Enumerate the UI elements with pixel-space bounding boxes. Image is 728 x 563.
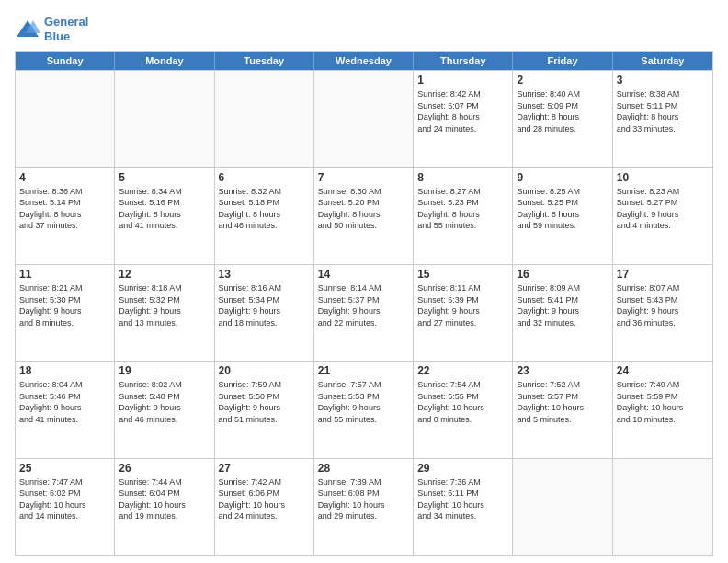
day-info: Sunrise: 7:49 AM Sunset: 5:59 PM Dayligh… xyxy=(617,379,709,425)
calendar-cell: 25Sunrise: 7:47 AM Sunset: 6:02 PM Dayli… xyxy=(16,459,115,555)
calendar-cell: 10Sunrise: 8:23 AM Sunset: 5:27 PM Dayli… xyxy=(613,168,712,264)
day-number: 1 xyxy=(417,74,508,86)
header-cell-saturday: Saturday xyxy=(613,52,712,70)
calendar-body: 1Sunrise: 8:42 AM Sunset: 5:07 PM Daylig… xyxy=(16,70,712,555)
day-info: Sunrise: 8:21 AM Sunset: 5:30 PM Dayligh… xyxy=(19,282,110,328)
day-info: Sunrise: 8:23 AM Sunset: 5:27 PM Dayligh… xyxy=(617,186,709,232)
day-info: Sunrise: 8:07 AM Sunset: 5:43 PM Dayligh… xyxy=(617,282,709,328)
header-cell-sunday: Sunday xyxy=(16,52,115,70)
calendar-cell: 20Sunrise: 7:59 AM Sunset: 5:50 PM Dayli… xyxy=(215,362,314,457)
calendar-row-4: 25Sunrise: 7:47 AM Sunset: 6:02 PM Dayli… xyxy=(16,458,712,555)
day-info: Sunrise: 7:52 AM Sunset: 5:57 PM Dayligh… xyxy=(517,379,608,425)
day-number: 26 xyxy=(119,462,210,475)
calendar-row-3: 18Sunrise: 8:04 AM Sunset: 5:46 PM Dayli… xyxy=(16,361,712,457)
day-number: 12 xyxy=(119,268,210,281)
day-number: 17 xyxy=(617,268,709,281)
day-number: 25 xyxy=(19,462,110,475)
calendar-cell: 1Sunrise: 8:42 AM Sunset: 5:07 PM Daylig… xyxy=(414,71,513,167)
header-cell-monday: Monday xyxy=(115,52,214,70)
day-info: Sunrise: 8:36 AM Sunset: 5:14 PM Dayligh… xyxy=(19,186,110,232)
calendar-cell: 22Sunrise: 7:54 AM Sunset: 5:55 PM Dayli… xyxy=(414,362,513,457)
day-number: 28 xyxy=(318,462,409,475)
calendar-cell: 19Sunrise: 8:02 AM Sunset: 5:48 PM Dayli… xyxy=(115,362,214,457)
calendar-cell: 4Sunrise: 8:36 AM Sunset: 5:14 PM Daylig… xyxy=(16,168,115,264)
calendar-cell: 13Sunrise: 8:16 AM Sunset: 5:34 PM Dayli… xyxy=(215,265,314,361)
calendar-cell: 23Sunrise: 7:52 AM Sunset: 5:57 PM Dayli… xyxy=(513,362,612,457)
calendar-cell: 2Sunrise: 8:40 AM Sunset: 5:09 PM Daylig… xyxy=(513,71,612,167)
day-info: Sunrise: 8:02 AM Sunset: 5:48 PM Dayligh… xyxy=(119,379,210,425)
day-info: Sunrise: 8:38 AM Sunset: 5:11 PM Dayligh… xyxy=(617,88,709,134)
calendar-cell: 5Sunrise: 8:34 AM Sunset: 5:16 PM Daylig… xyxy=(115,168,214,264)
day-number: 9 xyxy=(517,171,608,184)
logo-text: General Blue xyxy=(44,15,88,43)
calendar-cell xyxy=(115,71,214,167)
calendar-cell: 24Sunrise: 7:49 AM Sunset: 5:59 PM Dayli… xyxy=(613,362,712,457)
day-number: 10 xyxy=(617,171,709,184)
day-number: 15 xyxy=(417,268,508,281)
day-number: 23 xyxy=(517,364,608,377)
day-number: 21 xyxy=(318,364,409,377)
calendar-cell xyxy=(513,459,612,555)
calendar: SundayMondayTuesdayWednesdayThursdayFrid… xyxy=(15,51,713,556)
day-number: 2 xyxy=(517,74,608,86)
calendar-cell: 14Sunrise: 8:14 AM Sunset: 5:37 PM Dayli… xyxy=(314,265,414,361)
day-number: 4 xyxy=(19,171,110,184)
day-number: 24 xyxy=(617,364,709,377)
calendar-header: SundayMondayTuesdayWednesdayThursdayFrid… xyxy=(16,52,712,70)
day-number: 29 xyxy=(417,462,508,475)
day-info: Sunrise: 8:30 AM Sunset: 5:20 PM Dayligh… xyxy=(318,186,409,232)
logo-icon xyxy=(15,17,40,42)
day-info: Sunrise: 7:39 AM Sunset: 6:08 PM Dayligh… xyxy=(318,477,409,523)
calendar-cell: 11Sunrise: 8:21 AM Sunset: 5:30 PM Dayli… xyxy=(16,265,115,361)
logo: General Blue xyxy=(15,15,88,43)
day-number: 14 xyxy=(318,268,409,281)
day-info: Sunrise: 8:16 AM Sunset: 5:34 PM Dayligh… xyxy=(219,282,310,328)
calendar-cell xyxy=(314,71,414,167)
day-number: 22 xyxy=(417,364,508,377)
day-info: Sunrise: 7:47 AM Sunset: 6:02 PM Dayligh… xyxy=(19,477,110,523)
header-cell-wednesday: Wednesday xyxy=(314,52,414,70)
day-info: Sunrise: 8:25 AM Sunset: 5:25 PM Dayligh… xyxy=(517,186,608,232)
calendar-cell: 28Sunrise: 7:39 AM Sunset: 6:08 PM Dayli… xyxy=(314,459,414,555)
page-header: General Blue xyxy=(15,15,713,43)
calendar-cell: 6Sunrise: 8:32 AM Sunset: 5:18 PM Daylig… xyxy=(215,168,314,264)
day-number: 5 xyxy=(119,171,210,184)
day-info: Sunrise: 8:04 AM Sunset: 5:46 PM Dayligh… xyxy=(19,379,110,425)
header-cell-thursday: Thursday xyxy=(414,52,513,70)
day-info: Sunrise: 7:59 AM Sunset: 5:50 PM Dayligh… xyxy=(219,379,310,425)
calendar-cell: 8Sunrise: 8:27 AM Sunset: 5:23 PM Daylig… xyxy=(414,168,513,264)
calendar-cell xyxy=(215,71,314,167)
day-info: Sunrise: 8:11 AM Sunset: 5:39 PM Dayligh… xyxy=(417,282,508,328)
day-info: Sunrise: 7:57 AM Sunset: 5:53 PM Dayligh… xyxy=(318,379,409,425)
calendar-row-0: 1Sunrise: 8:42 AM Sunset: 5:07 PM Daylig… xyxy=(16,70,712,167)
day-info: Sunrise: 7:44 AM Sunset: 6:04 PM Dayligh… xyxy=(119,477,210,523)
calendar-cell: 18Sunrise: 8:04 AM Sunset: 5:46 PM Dayli… xyxy=(16,362,115,457)
day-info: Sunrise: 8:32 AM Sunset: 5:18 PM Dayligh… xyxy=(219,186,310,232)
day-number: 13 xyxy=(219,268,310,281)
calendar-cell xyxy=(16,71,115,167)
calendar-cell: 27Sunrise: 7:42 AM Sunset: 6:06 PM Dayli… xyxy=(215,459,314,555)
day-info: Sunrise: 8:42 AM Sunset: 5:07 PM Dayligh… xyxy=(417,88,508,134)
calendar-cell: 12Sunrise: 8:18 AM Sunset: 5:32 PM Dayli… xyxy=(115,265,214,361)
calendar-cell: 29Sunrise: 7:36 AM Sunset: 6:11 PM Dayli… xyxy=(414,459,513,555)
day-number: 19 xyxy=(119,364,210,377)
day-number: 16 xyxy=(517,268,608,281)
day-number: 11 xyxy=(19,268,110,281)
calendar-cell: 26Sunrise: 7:44 AM Sunset: 6:04 PM Dayli… xyxy=(115,459,214,555)
day-info: Sunrise: 8:27 AM Sunset: 5:23 PM Dayligh… xyxy=(417,186,508,232)
calendar-cell: 15Sunrise: 8:11 AM Sunset: 5:39 PM Dayli… xyxy=(414,265,513,361)
calendar-row-1: 4Sunrise: 8:36 AM Sunset: 5:14 PM Daylig… xyxy=(16,167,712,264)
day-info: Sunrise: 8:40 AM Sunset: 5:09 PM Dayligh… xyxy=(517,88,608,134)
day-number: 27 xyxy=(219,462,310,475)
day-info: Sunrise: 8:18 AM Sunset: 5:32 PM Dayligh… xyxy=(119,282,210,328)
day-number: 6 xyxy=(219,171,310,184)
calendar-cell: 9Sunrise: 8:25 AM Sunset: 5:25 PM Daylig… xyxy=(513,168,612,264)
day-info: Sunrise: 7:36 AM Sunset: 6:11 PM Dayligh… xyxy=(417,477,508,523)
calendar-cell: 7Sunrise: 8:30 AM Sunset: 5:20 PM Daylig… xyxy=(314,168,414,264)
day-number: 20 xyxy=(219,364,310,377)
calendar-row-2: 11Sunrise: 8:21 AM Sunset: 5:30 PM Dayli… xyxy=(16,264,712,361)
day-number: 3 xyxy=(617,74,709,86)
calendar-cell: 16Sunrise: 8:09 AM Sunset: 5:41 PM Dayli… xyxy=(513,265,612,361)
day-number: 7 xyxy=(318,171,409,184)
day-number: 8 xyxy=(417,171,508,184)
